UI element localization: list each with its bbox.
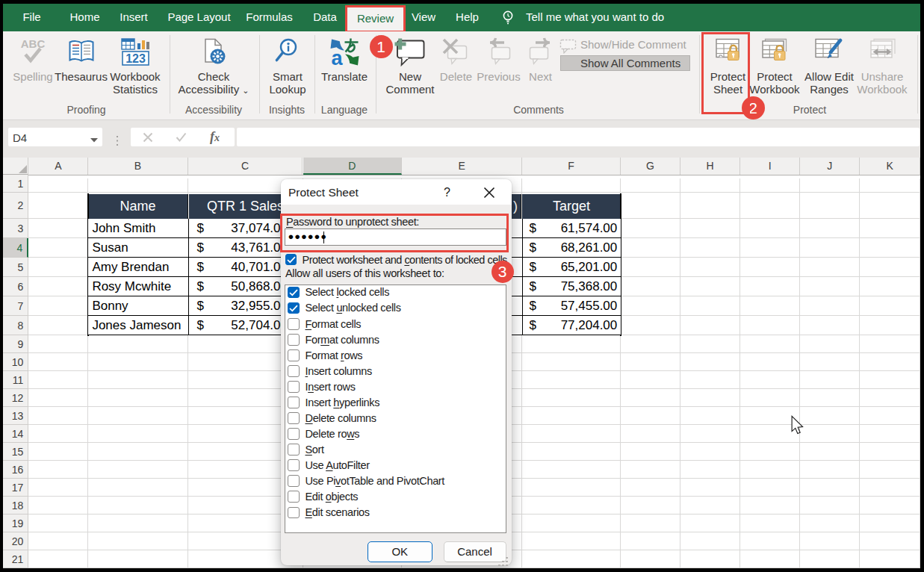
svg-text:123: 123 xyxy=(125,52,146,64)
svg-text:ABC: ABC xyxy=(21,37,46,50)
